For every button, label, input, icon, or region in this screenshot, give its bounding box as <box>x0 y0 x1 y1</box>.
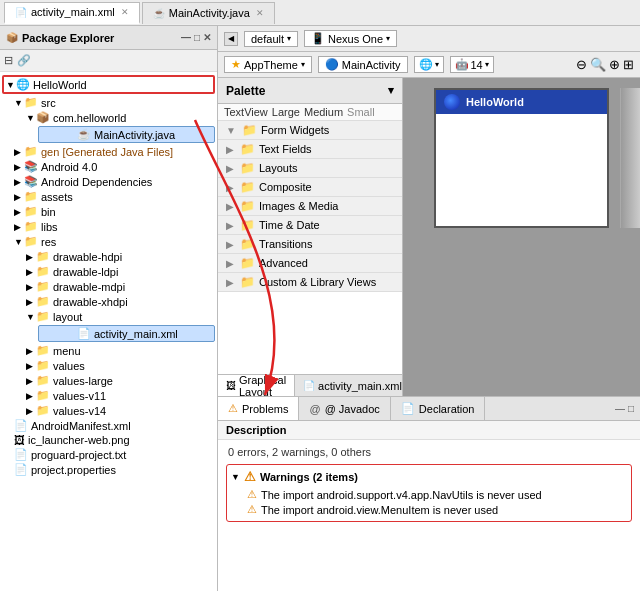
locale-dropdown[interactable]: 🌐 ▾ <box>414 56 444 73</box>
tree-expand-libs[interactable]: ▶ <box>14 222 24 232</box>
tree-expand-mdpi[interactable]: ▶ <box>26 282 36 292</box>
zoom-out-icon[interactable]: ⊖ <box>576 57 587 72</box>
xml-icon-editor-tab: 📄 <box>303 380 315 391</box>
activity-dropdown[interactable]: 🔵 MainActivity <box>318 56 408 73</box>
tab-activity-main-xml-editor[interactable]: 📄 activity_main.xml <box>295 375 403 396</box>
tree-item-drawable-ldpi[interactable]: ▶ 📁 drawable-ldpi <box>0 264 217 279</box>
warning-item-1[interactable]: ⚠ The import android.support.v4.app.NavU… <box>231 487 627 502</box>
tab-java-close-icon[interactable]: ✕ <box>256 8 264 18</box>
time-expand-icon: ▶ <box>226 220 234 231</box>
zoom-in-icon[interactable]: ⊕ <box>609 57 620 72</box>
tree-expand-android-deps[interactable]: ▶ <box>14 177 24 187</box>
tree-label-ic-launcher: ic_launcher-web.png <box>28 434 130 446</box>
tab-main-activity-label: MainActivity.java <box>169 7 250 19</box>
tree-item-proguard[interactable]: 📄 proguard-project.txt <box>0 447 217 462</box>
bottom-maximize-icon[interactable]: □ <box>628 403 634 414</box>
tree-expand-assets[interactable]: ▶ <box>14 192 24 202</box>
warning-header[interactable]: ▼ ⚠ Warnings (2 items) <box>231 469 627 484</box>
tree-item-values-v14[interactable]: ▶ 📁 values-v14 <box>0 403 217 418</box>
tab-activity-main-xml[interactable]: 📄 activity_main.xml ✕ <box>4 2 140 24</box>
palette-section-composite[interactable]: ▶ 📁 Composite <box>218 178 402 197</box>
tree-item-bin[interactable]: ▶ 📁 bin <box>0 204 217 219</box>
tree-expand-com[interactable]: ▼ <box>26 113 36 123</box>
zoom-fit-icon[interactable]: 🔍 <box>590 57 606 72</box>
tree-expand-gen[interactable]: ▶ <box>14 147 24 157</box>
palette-section-advanced[interactable]: ▶ 📁 Advanced <box>218 254 402 273</box>
tab-graphical-layout[interactable]: 🖼 Graphical Layout <box>218 375 295 396</box>
link-editor-icon[interactable]: 🔗 <box>17 54 31 67</box>
tree-item-menu[interactable]: ▶ 📁 menu <box>0 343 217 358</box>
tree-expand-menu[interactable]: ▶ <box>26 346 36 356</box>
props-icon: 📄 <box>14 463 28 476</box>
palette-section-time-date[interactable]: ▶ 📁 Time & Date <box>218 216 402 235</box>
maximize-icon[interactable]: □ <box>194 32 200 43</box>
device-dropdown[interactable]: default ▾ <box>244 31 298 47</box>
tree-item-ic-launcher[interactable]: 🖼 ic_launcher-web.png <box>0 433 217 447</box>
tree-item-assets[interactable]: ▶ 📁 assets <box>0 189 217 204</box>
tree-item-gen[interactable]: ▶ 📁 gen [Generated Java Files] <box>0 144 217 159</box>
theme-dropdown[interactable]: ★ AppTheme ▾ <box>224 56 312 73</box>
tree-expand-hdpi[interactable]: ▶ <box>26 252 36 262</box>
palette-section-images-media[interactable]: ▶ 📁 Images & Media <box>218 197 402 216</box>
tree-item-values[interactable]: ▶ 📁 values <box>0 358 217 373</box>
tree-item-androidmanifest[interactable]: 📄 AndroidManifest.xml <box>0 418 217 433</box>
scroll-left-btn[interactable]: ◀ <box>224 32 238 46</box>
tab-javadoc[interactable]: @ @ Javadoc <box>299 397 390 420</box>
nexus-one-dropdown[interactable]: 📱 Nexus One ▾ <box>304 30 397 47</box>
palette-section-form-widgets[interactable]: ▼ 📁 Form Widgets <box>218 121 402 140</box>
tab-close-icon[interactable]: ✕ <box>121 7 129 17</box>
tree-label-libs: libs <box>41 221 58 233</box>
tree-expand-values[interactable]: ▶ <box>26 361 36 371</box>
tree-item-drawable-hdpi[interactable]: ▶ 📁 drawable-hdpi <box>0 249 217 264</box>
folder-icon-values: 📁 <box>36 359 50 372</box>
tree-expand-values-v14[interactable]: ▶ <box>26 406 36 416</box>
tab-declaration[interactable]: 📄 Declaration <box>391 397 486 420</box>
tree-expand-values-large[interactable]: ▶ <box>26 376 36 386</box>
tree-expand-res[interactable]: ▼ <box>14 237 24 247</box>
tab-main-activity-java[interactable]: ☕ MainActivity.java ✕ <box>142 2 275 24</box>
minimize-icon[interactable]: — <box>181 32 191 43</box>
tab-problems[interactable]: ⚠ Problems <box>218 397 299 420</box>
tree-item-drawable-xhdpi[interactable]: ▶ 📁 drawable-xhdpi <box>0 294 217 309</box>
tree-expand-src[interactable]: ▼ <box>14 98 24 108</box>
tree-item-android40[interactable]: ▶ 📚 Android 4.0 <box>0 159 217 174</box>
palette-section-layouts[interactable]: ▶ 📁 Layouts <box>218 159 402 178</box>
design-canvas[interactable]: HelloWorld <box>403 78 640 396</box>
palette-section-custom-library[interactable]: ▶ 📁 Custom & Library Views <box>218 273 402 292</box>
close-icon[interactable]: ✕ <box>203 32 211 43</box>
tree-expand-bin[interactable]: ▶ <box>14 207 24 217</box>
tree-item-activity-main-xml[interactable]: 📄 activity_main.xml <box>38 325 215 342</box>
palette-section-text-fields[interactable]: ▶ 📁 Text Fields <box>218 140 402 159</box>
tree-item-project-props[interactable]: 📄 project.properties <box>0 462 217 477</box>
tree-item-mainactivity[interactable]: ☕ MainActivity.java <box>38 126 215 143</box>
tree-expand-layout[interactable]: ▼ <box>26 312 36 322</box>
tree-area[interactable]: ▼ 🌐 HelloWorld ▼ 📁 src ▼ 📦 com.helloworl… <box>0 72 217 591</box>
bottom-minimize-icon[interactable]: — <box>615 403 625 414</box>
tree-expand-android40[interactable]: ▶ <box>14 162 24 172</box>
palette-section-transitions[interactable]: ▶ 📁 Transitions <box>218 235 402 254</box>
tree-expand-xhdpi[interactable]: ▶ <box>26 297 36 307</box>
warning-item-2[interactable]: ⚠ The import android.view.MenuItem is ne… <box>231 502 627 517</box>
tab-declaration-label: Declaration <box>419 403 475 415</box>
palette-section-custom-label: Custom & Library Views <box>259 276 376 288</box>
tree-expand-ldpi[interactable]: ▶ <box>26 267 36 277</box>
tree-expand-helloworld[interactable]: ▼ <box>6 80 16 90</box>
palette-close-arrow[interactable]: ▾ <box>388 84 394 97</box>
tree-expand-values-v11[interactable]: ▶ <box>26 391 36 401</box>
tree-item-res[interactable]: ▼ 📁 res <box>0 234 217 249</box>
tree-item-com-helloworld[interactable]: ▼ 📦 com.helloworld <box>0 110 217 125</box>
tree-item-drawable-mdpi[interactable]: ▶ 📁 drawable-mdpi <box>0 279 217 294</box>
tree-item-libs[interactable]: ▶ 📁 libs <box>0 219 217 234</box>
android-version-dropdown[interactable]: 🤖 14 ▾ <box>450 56 494 73</box>
palette-size-large[interactable]: Large <box>272 106 300 118</box>
tree-item-values-large[interactable]: ▶ 📁 values-large <box>0 373 217 388</box>
palette-size-medium[interactable]: Medium <box>304 106 343 118</box>
tree-item-helloworld[interactable]: ▼ 🌐 HelloWorld <box>2 75 215 94</box>
tree-item-src[interactable]: ▼ 📁 src <box>0 95 217 110</box>
collapse-all-icon[interactable]: ⊟ <box>4 54 13 67</box>
zoom-actual-icon[interactable]: ⊞ <box>623 57 634 72</box>
tree-item-android-deps[interactable]: ▶ 📚 Android Dependencies <box>0 174 217 189</box>
tree-item-values-v11[interactable]: ▶ 📁 values-v11 <box>0 388 217 403</box>
palette-size-small[interactable]: Small <box>347 106 375 118</box>
tree-item-layout[interactable]: ▼ 📁 layout <box>0 309 217 324</box>
